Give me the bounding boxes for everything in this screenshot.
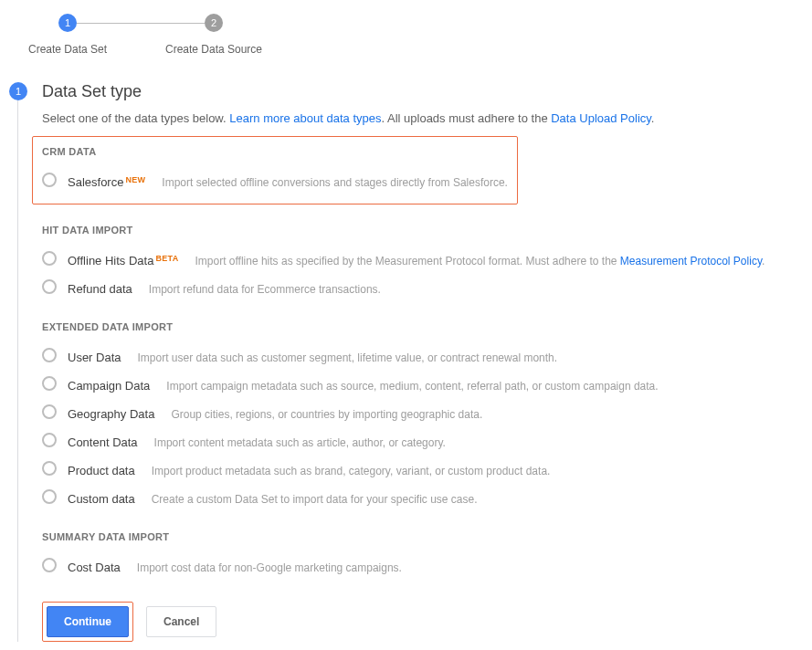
group-header-sum: SUMMARY DATA IMPORT	[42, 531, 803, 542]
section-data-set-type: 1 Data Set type Select one of the data t…	[9, 82, 803, 642]
group-header-crm: CRM DATA	[42, 146, 508, 157]
radio-content[interactable]	[42, 433, 57, 447]
stepper: 1 Create Data Set 2 Create Data Source	[9, 9, 803, 46]
continue-button[interactable]: Continue	[47, 606, 129, 637]
stepper-circle-2: 2	[205, 14, 223, 32]
stepper-label-1: Create Data Set	[28, 43, 107, 56]
radio-campaign[interactable]	[42, 376, 57, 391]
radio-product[interactable]	[42, 461, 57, 476]
option-label-custom: Custom data	[68, 492, 135, 506]
badge-new: NEW	[125, 175, 145, 184]
badge-beta: BETA	[155, 254, 178, 263]
option-label-campaign: Campaign Data	[68, 379, 150, 393]
option-desc-content: Import content metadata such as article,…	[154, 436, 446, 449]
data-upload-policy-link[interactable]: Data Upload Policy	[551, 111, 651, 125]
option-desc-offline: Import offline hits as specified by the …	[195, 255, 765, 267]
option-offline-hits[interactable]: Offline Hits DataBETA Import offline hit…	[42, 245, 803, 273]
option-salesforce[interactable]: SalesforceNEW Import selected offline co…	[42, 166, 508, 194]
section-subtitle: Select one of the data types below. Lear…	[42, 111, 803, 125]
radio-geo[interactable]	[42, 404, 57, 419]
option-desc-cost: Import cost data for non-Google marketin…	[137, 561, 402, 574]
option-label-user: User Data	[68, 351, 121, 364]
subtitle-text-c: .	[651, 111, 655, 125]
radio-salesforce[interactable]	[42, 173, 57, 187]
option-label-cost: Cost Data	[68, 561, 121, 574]
option-desc-user: Import user data such as customer segmen…	[138, 351, 558, 364]
stepper-step-1[interactable]: 1 Create Data Set	[58, 14, 77, 32]
option-refund[interactable]: Refund data Import refund data for Ecomm…	[42, 273, 803, 301]
stepper-step-2[interactable]: 2 Create Data Source	[205, 14, 223, 32]
option-geo[interactable]: Geography Data Group cities, regions, or…	[42, 398, 803, 426]
option-label-offline: Offline Hits DataBETA	[68, 254, 178, 267]
option-content[interactable]: Content Data Import content metadata suc…	[42, 426, 803, 455]
option-cost[interactable]: Cost Data Import cost data for non-Googl…	[42, 551, 803, 580]
action-row: Continue Cancel	[42, 602, 803, 642]
option-label-product: Product data	[68, 464, 135, 477]
radio-cost[interactable]	[42, 558, 57, 572]
section-num-1: 1	[9, 82, 27, 100]
radio-custom[interactable]	[42, 489, 57, 504]
option-user[interactable]: User Data Import user data such as custo…	[42, 341, 803, 370]
radio-user[interactable]	[42, 348, 57, 362]
learn-more-link[interactable]: Learn more about data types	[229, 111, 381, 125]
option-desc-geo: Group cities, regions, or countries by i…	[171, 408, 482, 421]
option-label-refund: Refund data	[68, 282, 132, 296]
option-desc-product: Import product metadata such as brand, c…	[152, 465, 551, 477]
option-label-geo: Geography Data	[68, 407, 154, 421]
measurement-protocol-link[interactable]: Measurement Protocol Policy	[620, 255, 762, 267]
section-vline	[17, 100, 18, 642]
subtitle-text-b: . All uploads must adhere to the	[382, 111, 552, 125]
option-product[interactable]: Product data Import product metadata suc…	[42, 455, 803, 483]
option-desc-refund: Import refund data for Ecommerce transac…	[149, 283, 381, 296]
stepper-label-2: Create Data Source	[165, 43, 262, 56]
stepper-circle-1: 1	[58, 14, 77, 32]
option-desc-custom: Create a custom Data Set to import data …	[152, 493, 478, 506]
stepper-line	[77, 23, 205, 24]
continue-highlight: Continue	[42, 602, 133, 642]
option-label-salesforce: SalesforceNEW	[68, 175, 145, 189]
option-custom[interactable]: Custom data Create a custom Data Set to …	[42, 483, 803, 511]
group-header-ext: EXTENDED DATA IMPORT	[42, 321, 803, 332]
group-header-hit: HIT DATA IMPORT	[42, 225, 803, 236]
radio-refund[interactable]	[42, 279, 57, 294]
cancel-button[interactable]: Cancel	[146, 606, 216, 637]
option-desc-campaign: Import campaign metadata such as source,…	[166, 380, 658, 393]
crm-data-highlight: CRM DATA SalesforceNEW Import selected o…	[32, 136, 518, 204]
option-label-content: Content Data	[68, 435, 138, 449]
subtitle-text-a: Select one of the data types below.	[42, 111, 229, 125]
option-desc-salesforce: Import selected offline conversions and …	[162, 176, 508, 189]
section-title-type: Data Set type	[42, 82, 803, 100]
option-campaign[interactable]: Campaign Data Import campaign metadata s…	[42, 370, 803, 398]
radio-offline[interactable]	[42, 251, 57, 266]
